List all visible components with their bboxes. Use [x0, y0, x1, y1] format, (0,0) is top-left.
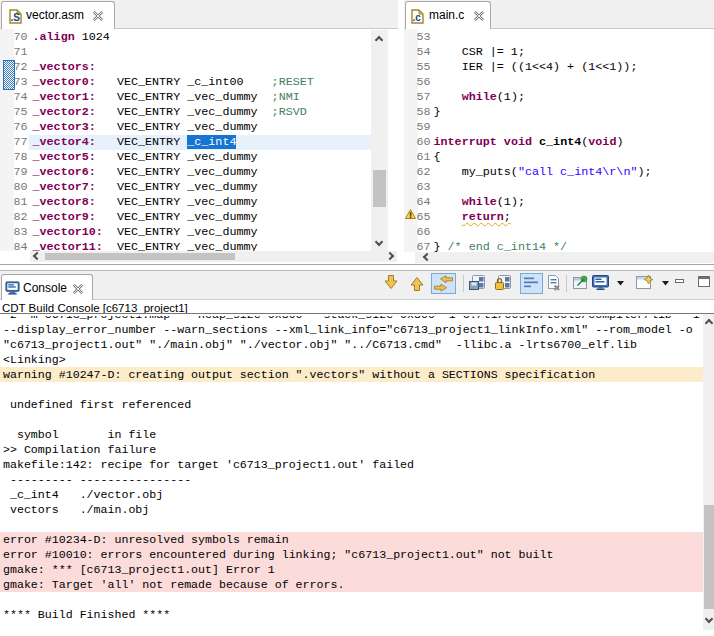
svg-text:.c: .c: [413, 12, 422, 23]
svg-text:.S: .S: [10, 12, 20, 23]
